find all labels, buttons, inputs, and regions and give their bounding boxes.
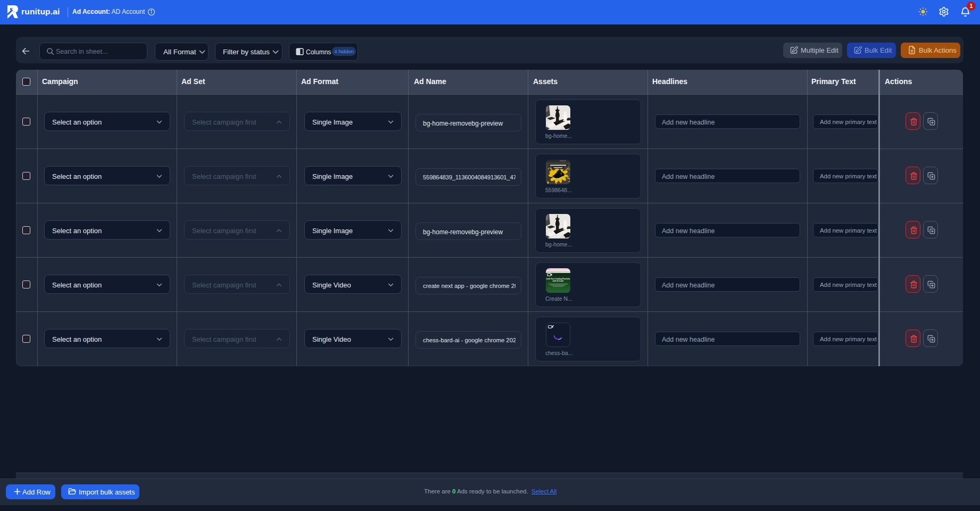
svg-text:lock Your Coding Potentia: lock Your Coding Potentia: [546, 278, 570, 280]
svg-text:with D-Code: with D-Code: [552, 280, 564, 282]
